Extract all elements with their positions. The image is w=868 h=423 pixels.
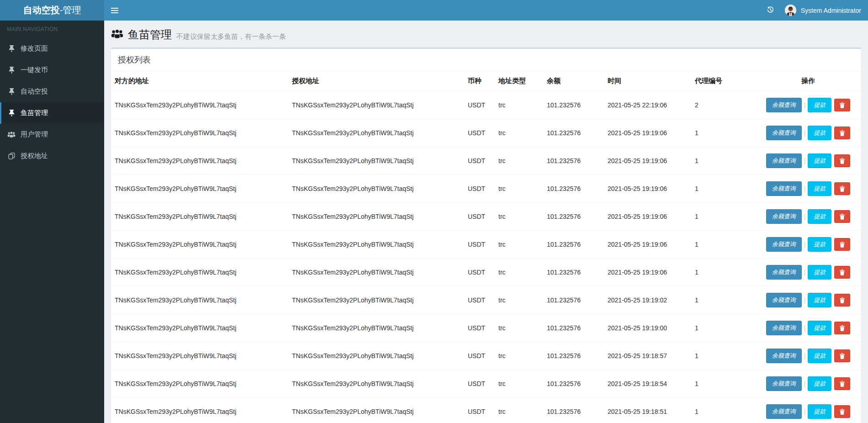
balance-query-button[interactable]: 余额查询	[766, 153, 802, 168]
sidebar-menu: 修改页面 一键发币 自动空投 鱼苗管理 用户管理 授权地址	[0, 38, 104, 167]
counterparty-address-cell: TNsKGSsxTem293y2PLohyBTiW9L7taqStj	[111, 286, 288, 314]
balance-query-button[interactable]: 余额查询	[766, 265, 802, 280]
sidebar-item-5[interactable]: 用户管理	[0, 124, 104, 145]
col-header-address-type: 地址类型	[495, 71, 543, 91]
operations-cell: 余额查询 | 提款	[755, 175, 861, 203]
user-menu[interactable]: System Administrator	[780, 0, 868, 21]
button-separator: |	[804, 352, 806, 360]
delete-button[interactable]	[834, 154, 850, 167]
balance-query-button[interactable]: 余额查询	[766, 349, 802, 363]
page-title: 鱼苗管理	[128, 27, 172, 42]
time-cell: 2021-05-25 19:19:06	[604, 119, 691, 147]
delete-button[interactable]	[834, 322, 850, 334]
agent-no-cell: 1	[691, 342, 755, 370]
col-header-agent-no: 代理编号	[691, 71, 755, 91]
delete-button[interactable]	[834, 127, 850, 139]
auth-address-cell: TNsKGSsxTem293y2PLohyBTiW9L7taqStj	[288, 91, 464, 119]
balance-query-button[interactable]: 余额查询	[766, 293, 802, 307]
operations-cell: 余额查询 | 提款	[755, 314, 861, 342]
withdraw-button[interactable]: 提款	[808, 209, 831, 224]
balance-query-button[interactable]: 余额查询	[766, 376, 802, 391]
time-cell: 2021-05-25 19:18:57	[604, 342, 691, 370]
sidebar-item-3[interactable]: 自动空投	[0, 81, 104, 102]
navbar-main: System Administrator	[104, 0, 868, 21]
box-header: 授权列表	[111, 49, 861, 71]
withdraw-button[interactable]: 提款	[808, 237, 831, 252]
table-row: TNsKGSsxTem293y2PLohyBTiW9L7taqStj TNsKG…	[111, 370, 861, 398]
auth-address-cell: TNsKGSsxTem293y2PLohyBTiW9L7taqStj	[288, 286, 464, 314]
withdraw-button[interactable]: 提款	[808, 376, 831, 391]
delete-button[interactable]	[834, 266, 850, 279]
auth-address-cell: TNsKGSsxTem293y2PLohyBTiW9L7taqStj	[288, 370, 464, 398]
sidebar-item-6[interactable]: 授权地址	[0, 145, 104, 167]
col-header-counterparty-address: 对方的地址	[111, 71, 288, 91]
time-cell: 2021-05-25 19:19:06	[604, 175, 691, 203]
time-cell: 2021-05-25 19:18:54	[604, 370, 691, 398]
withdraw-button[interactable]: 提款	[808, 404, 831, 419]
time-cell: 2021-05-25 19:19:00	[604, 314, 691, 342]
history-icon	[767, 6, 774, 15]
delete-button[interactable]	[834, 210, 850, 223]
agent-no-cell: 1	[691, 398, 755, 423]
pushpin-icon	[7, 110, 16, 116]
sidebar-item-label: 修改页面	[21, 44, 48, 53]
withdraw-button[interactable]: 提款	[808, 321, 831, 335]
balance-cell: 101.232576	[543, 175, 604, 203]
balance-cell: 101.232576	[543, 398, 604, 423]
delete-button[interactable]	[834, 349, 850, 362]
balance-query-button[interactable]: 余额查询	[766, 321, 802, 335]
operations-cell: 余额查询 | 提款	[755, 203, 861, 231]
button-separator: |	[804, 324, 806, 332]
content-header: 鱼苗管理 不建议保留太多鱼苗，有一条杀一条	[104, 21, 868, 48]
operations-cell: 余额查询 | 提款	[755, 259, 861, 286]
withdraw-button[interactable]: 提款	[808, 153, 831, 168]
sidebar-item-1[interactable]: 修改页面	[0, 38, 104, 59]
agent-no-cell: 1	[691, 119, 755, 147]
delete-button[interactable]	[834, 377, 850, 390]
balance-query-button[interactable]: 余额查询	[766, 209, 802, 224]
delete-button[interactable]	[834, 405, 850, 418]
agent-no-cell: 2	[691, 91, 755, 119]
delete-button[interactable]	[834, 182, 850, 195]
button-separator: |	[804, 269, 806, 276]
table-row: TNsKGSsxTem293y2PLohyBTiW9L7taqStj TNsKG…	[111, 119, 861, 147]
content-area: 鱼苗管理 不建议保留太多鱼苗，有一条杀一条 授权列表 对方的地址 授权地址 币种…	[104, 0, 868, 423]
withdraw-button[interactable]: 提款	[808, 265, 831, 280]
box-title: 授权列表	[118, 55, 151, 64]
address-type-cell: trc	[495, 91, 543, 119]
balance-cell: 101.232576	[543, 342, 604, 370]
counterparty-address-cell: TNsKGSsxTem293y2PLohyBTiW9L7taqStj	[111, 175, 288, 203]
address-type-cell: trc	[495, 259, 543, 286]
auth-address-cell: TNsKGSsxTem293y2PLohyBTiW9L7taqStj	[288, 203, 464, 231]
time-cell: 2021-05-25 19:19:02	[604, 286, 691, 314]
withdraw-button[interactable]: 提款	[808, 349, 831, 363]
balance-cell: 101.232576	[543, 370, 604, 398]
address-type-cell: trc	[495, 119, 543, 147]
sidebar-item-4[interactable]: 鱼苗管理	[0, 102, 104, 124]
auth-address-cell: TNsKGSsxTem293y2PLohyBTiW9L7taqStj	[288, 259, 464, 286]
delete-button[interactable]	[834, 99, 850, 111]
withdraw-button[interactable]: 提款	[808, 181, 831, 196]
brand-bold: 自动空投	[23, 4, 60, 16]
withdraw-button[interactable]: 提款	[808, 126, 831, 140]
auth-address-cell: TNsKGSsxTem293y2PLohyBTiW9L7taqStj	[288, 314, 464, 342]
delete-button[interactable]	[834, 238, 850, 251]
brand-logo[interactable]: 自动空投-管理	[0, 0, 104, 21]
withdraw-button[interactable]: 提款	[808, 293, 831, 307]
currency-cell: USDT	[464, 398, 495, 423]
balance-query-button[interactable]: 余额查询	[766, 181, 802, 196]
sidebar-toggle-button[interactable]	[104, 0, 125, 21]
trash-icon	[839, 241, 845, 248]
withdraw-button[interactable]: 提款	[808, 98, 831, 112]
balance-query-button[interactable]: 余额查询	[766, 126, 802, 140]
agent-no-cell: 1	[691, 259, 755, 286]
history-button[interactable]	[761, 0, 780, 21]
trash-icon	[839, 325, 845, 331]
authorization-box: 授权列表 对方的地址 授权地址 币种 地址类型 余额 时间 代理编号 操作	[111, 48, 861, 423]
delete-button[interactable]	[834, 294, 850, 307]
sidebar-item-2[interactable]: 一键发币	[0, 59, 104, 81]
balance-query-button[interactable]: 余额查询	[766, 404, 802, 419]
currency-cell: USDT	[464, 370, 495, 398]
balance-query-button[interactable]: 余额查询	[766, 237, 802, 252]
balance-query-button[interactable]: 余额查询	[766, 98, 802, 112]
